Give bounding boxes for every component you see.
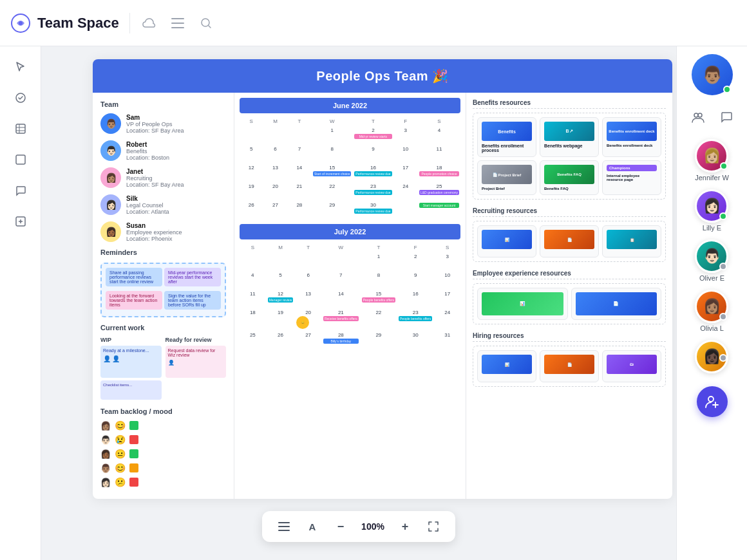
left-sidebar	[0, 46, 41, 560]
user-lilly: 👩🏻 Lilly E	[695, 189, 728, 232]
jun-d11: 8	[312, 145, 352, 163]
member-loc-susan: Location: Phoenix	[126, 236, 182, 242]
jun-d9: 6	[263, 145, 287, 163]
calendar-panel: June 2022 S M T W T F S 1 2Mi	[234, 93, 466, 499]
member-role-robert: Benefits	[126, 148, 169, 154]
jun-d28: 25L&D graduation ceremony	[418, 182, 460, 200]
topbar-divider	[129, 13, 130, 33]
text-format-button[interactable]: A	[303, 518, 321, 536]
member-info-robert: Robert Benefits Location: Boston	[126, 141, 169, 161]
svg-point-20	[708, 397, 714, 402]
employee-exp-title: Employee experience resources	[473, 270, 666, 279]
hiring-card-2: 📄	[540, 350, 599, 382]
sidebar-table[interactable]	[8, 116, 33, 142]
benefits-card-title-1: Benefits enrollment process	[482, 144, 532, 153]
jul-d32: 28Billy's birthday	[322, 331, 360, 349]
hiring-title: Hiring resources	[473, 332, 666, 342]
lilly-name: Lilly E	[703, 224, 721, 232]
jul-d5: 1	[361, 252, 397, 270]
jun-d4: 1	[312, 126, 352, 144]
group-icon[interactable]	[686, 106, 710, 129]
sidebar-comment[interactable]	[8, 178, 33, 203]
user-jennifer-e: 👩🏼 Jennifer W	[695, 139, 729, 182]
jul-d19: 15People benefits offers	[361, 290, 397, 308]
sidebar-add[interactable]	[8, 209, 33, 234]
benefits-img-5: Benefits FAQ	[544, 165, 594, 184]
menu-icon[interactable]	[169, 14, 187, 32]
add-person-button[interactable]	[697, 386, 728, 417]
svg-rect-17	[278, 530, 290, 531]
fullscreen-button[interactable]	[424, 518, 442, 536]
jun-d34	[394, 201, 417, 219]
chat-icon[interactable]	[715, 106, 738, 129]
mood-bar-2	[129, 435, 138, 444]
member-avatar-sam: 👨🏽	[100, 113, 121, 134]
team-member-silk: 👩🏻 Silk Legal Counsel Location: Atlanta	[100, 194, 226, 215]
sidebar-frame[interactable]	[8, 147, 33, 173]
member-name-silk: Silk	[126, 195, 169, 202]
jun-d14: 11	[418, 145, 460, 163]
current-work-title: Current work	[100, 324, 226, 331]
backlog-section: Team backlog / mood 👩🏽 😊 👨🏻 😢	[100, 407, 226, 487]
oliver-status	[719, 263, 727, 270]
jul-d11: 7	[322, 271, 360, 289]
board-header: People Ops Team 🎉	[93, 59, 672, 93]
jul-d7: 3	[434, 252, 460, 270]
hiring-card-1: 📊	[477, 350, 536, 382]
jul-d26: 22	[361, 308, 397, 330]
jul-d29: 25	[240, 331, 266, 349]
cloud-icon[interactable]	[140, 14, 158, 32]
reminder-card-3: Looking at the forward towards the team …	[106, 291, 162, 310]
work-columns: WIP Ready at a milestone... 👤 👤 C	[100, 337, 226, 402]
member-role-silk: Legal Counsel	[126, 202, 169, 209]
jun-d6: 3	[394, 126, 417, 144]
board: People Ops Team 🎉 Team 👨🏽 Sam VP of Peop…	[93, 59, 672, 499]
day-s1: S	[240, 117, 263, 126]
jun-d32: 29	[312, 201, 352, 219]
jun-d27: 24	[394, 182, 417, 200]
sidebar-check[interactable]	[8, 85, 33, 111]
zoom-in-button[interactable]: +	[396, 518, 414, 536]
day-sa1: S	[418, 117, 460, 126]
resources-panel: Benefits resources Benefits Benefits enr…	[466, 93, 672, 499]
emp-exp-card-1: 📊	[477, 288, 568, 320]
mood-bar-4	[129, 463, 138, 472]
list-view-button[interactable]	[275, 518, 293, 536]
backlog-row-1: 👩🏽 😊	[100, 420, 226, 431]
topbar-actions	[140, 14, 215, 32]
search-icon[interactable]	[197, 14, 215, 32]
member-loc-janet: Location: SF Bay Area	[126, 182, 184, 188]
jun-d20: 17	[394, 163, 417, 182]
jun-d8: 5	[240, 145, 263, 163]
benefits-card-title-4: Project Brief	[482, 187, 532, 191]
jun-d30: 27	[263, 201, 287, 219]
jun-d2	[263, 126, 287, 144]
right-sidebar: 👨🏽 👩🏼 Jennifer W 👩🏻 Lilly E	[676, 46, 747, 560]
sidebar-cursor[interactable]	[8, 54, 33, 80]
jun-d19: 16Performance review due	[353, 163, 393, 182]
jul-d1	[240, 252, 266, 270]
jul-d21: 17	[434, 290, 460, 308]
jun-d22: 19	[240, 182, 263, 200]
benefits-section: Benefits resources Benefits Benefits enr…	[473, 99, 666, 200]
day-w2: W	[322, 243, 360, 252]
mood-bar-5	[129, 478, 138, 487]
benefits-card-title-3: Benefits enrollment deck	[607, 144, 657, 147]
day-m2: M	[267, 243, 295, 252]
jun-d21: 18People promotion choice	[418, 163, 460, 182]
olivia-name: Olivia L	[700, 324, 724, 332]
jun-d26: 23Performance review due	[353, 182, 393, 200]
ready-for-review-column: Ready for review Request data review for…	[165, 337, 227, 402]
jul-d3	[295, 252, 321, 270]
zoom-out-button[interactable]: −	[332, 518, 350, 536]
member-role-janet: Recruiting	[126, 175, 184, 182]
benefits-img-1: Benefits	[482, 122, 532, 141]
jul-d17: 13	[295, 290, 321, 308]
jul-d14: 10	[434, 271, 460, 289]
day-t2: T	[295, 243, 321, 252]
member-info-sam: Sam VP of People Ops Location: SF Bay Ar…	[126, 114, 184, 134]
bottom-toolbar: A − 100% +	[262, 511, 455, 542]
jun-d18: 15Start of increment choice	[312, 163, 352, 182]
collab-icons	[686, 106, 738, 129]
emp-exp-img-2: 📄	[576, 292, 657, 315]
